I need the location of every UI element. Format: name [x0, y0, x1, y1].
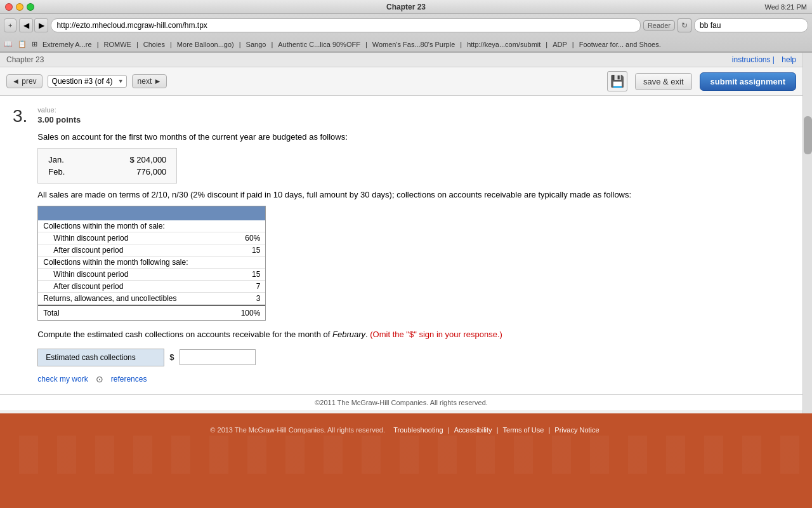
- instruction-text-1: Compute the estimated cash collections o…: [37, 330, 332, 339]
- silhouettes-bg: [0, 436, 812, 474]
- collections-row-4: Collections within the month following s…: [38, 257, 265, 269]
- close-button[interactable]: [5, 3, 13, 11]
- mcgraw-copyright: ©2011 The McGraw-Hill Companies. All rig…: [315, 399, 488, 406]
- instruction-omit: (Omit the "$" sign in your response.): [370, 330, 502, 339]
- sales-table: Jan. $ 204,000 Feb. 776,000: [37, 148, 177, 184]
- prev-button[interactable]: ◄ prev: [6, 74, 43, 88]
- copyright-text: © 2013 The McGraw-Hill Companies. All ri…: [210, 426, 385, 434]
- question-select-wrapper: Question #3 (of 4): [48, 75, 127, 88]
- cash-collections-input[interactable]: [180, 349, 256, 365]
- bookmark-2[interactable]: ROMWE: [104, 41, 131, 48]
- bookmarks-bar: 📖 📋 ⊞ Extremely A...re | ROMWE | Choies …: [0, 37, 812, 52]
- total-value: 100%: [241, 309, 261, 318]
- accessibility-link[interactable]: Accessibility: [454, 426, 492, 434]
- question-nav: ◄ prev Question #3 (of 4) next ► 💾 save …: [0, 67, 802, 96]
- row-7-value: 3: [256, 294, 261, 303]
- sales-row-feb: Feb. 776,000: [48, 166, 166, 178]
- minimize-button[interactable]: [16, 3, 23, 11]
- reading-list-icon: 📋: [18, 40, 27, 48]
- row-3-value: 15: [252, 246, 260, 255]
- footer-links: Troubleshooting | Accessibility | Terms …: [391, 426, 601, 434]
- troubleshooting-link[interactable]: Troubleshooting: [393, 426, 443, 434]
- instructions-link[interactable]: instructions: [732, 55, 771, 64]
- bookmark-4[interactable]: More Balloon...go): [177, 41, 234, 48]
- collections-header: [38, 206, 265, 220]
- references-link[interactable]: references: [111, 375, 147, 384]
- main-area: Chapter 23 instructions | help ◄ prev Qu…: [0, 53, 812, 413]
- bookmark-1[interactable]: Extremely A...re: [43, 41, 92, 48]
- bookmark-5[interactable]: Sango: [246, 41, 266, 48]
- row-4-label: Collections within the month following s…: [43, 258, 188, 267]
- search-input[interactable]: [694, 18, 808, 32]
- collections-row-7: Returns, allowances, and uncollectibles …: [38, 293, 265, 305]
- chapter-header: Chapter 23 instructions | help: [0, 53, 802, 67]
- row-3-label: After discount period: [53, 246, 123, 255]
- jan-amount: $ 204,000: [130, 155, 167, 164]
- row-2-value: 60%: [245, 234, 260, 243]
- header-links: instructions | help: [727, 55, 796, 64]
- sales-row-jan: Jan. $ 204,000: [48, 154, 166, 166]
- collections-total-row: Total 100%: [38, 305, 265, 320]
- bookmark-8[interactable]: http://keya...com/submit: [467, 41, 540, 48]
- bookmark-9[interactable]: ADP: [553, 41, 567, 48]
- collections-row-6: After discount period 7: [38, 281, 265, 293]
- question-select[interactable]: Question #3 (of 4): [48, 75, 127, 88]
- forward-button[interactable]: ▶: [34, 18, 48, 32]
- row-5-label: Within discount period: [53, 270, 128, 279]
- bookmarks-icon: 📖: [4, 40, 13, 48]
- question-points: 3.00 points: [37, 115, 631, 124]
- save-exit-button[interactable]: save & exit: [635, 73, 692, 90]
- mcgraw-footer: ©2011 The McGraw-Hill Companies. All rig…: [0, 394, 802, 410]
- bookmark-7[interactable]: Women's Fas...80's Purple: [372, 41, 455, 48]
- submit-assignment-button[interactable]: submit assignment: [700, 72, 796, 91]
- window-controls[interactable]: [5, 3, 34, 11]
- back-button[interactable]: ◀: [19, 18, 33, 32]
- scrollbar[interactable]: [802, 53, 812, 413]
- row-6-label: After discount period: [53, 282, 123, 291]
- nav-right: 💾 save & exit submit assignment: [607, 71, 796, 91]
- intro-text: Sales on account for the first two month…: [37, 132, 631, 142]
- question-number: 3.: [13, 106, 27, 384]
- check-work-link[interactable]: check my work: [37, 375, 88, 384]
- nav-left: ◄ prev Question #3 (of 4) next ►: [6, 74, 167, 88]
- new-tab-button[interactable]: +: [4, 18, 16, 32]
- collections-row-1: Collections within the month of sale:: [38, 220, 265, 232]
- system-time: Wed 8:21 PM: [765, 3, 807, 11]
- terms-text: All sales are made on terms of 2/10, n/3…: [37, 190, 631, 199]
- total-label: Total: [43, 309, 59, 318]
- bookmark-6[interactable]: Authentic C...lica 90%OFF: [278, 41, 360, 48]
- collections-row-2: Within discount period 60%: [38, 232, 265, 244]
- jan-label: Jan.: [48, 155, 64, 164]
- chapter-title: Chapter 23: [6, 55, 44, 64]
- help-link[interactable]: help: [782, 55, 796, 64]
- url-input[interactable]: [51, 18, 640, 32]
- instruction-text: Compute the estimated cash collections o…: [37, 328, 631, 341]
- reference-icon[interactable]: ⊙: [96, 374, 103, 384]
- row-1-label: Collections within the month of sale:: [43, 222, 164, 231]
- browser-chrome: + ◀ ▶ Reader ↻ 📖 📋 ⊞ Extremely A...re | …: [0, 14, 812, 53]
- bookmark-3[interactable]: Choies: [143, 41, 165, 48]
- grid-icon: ⊞: [32, 40, 37, 48]
- instruction-month: February: [332, 330, 365, 339]
- collections-row-3: After discount period 15: [38, 244, 265, 257]
- terms-link[interactable]: Terms of Use: [503, 426, 544, 434]
- answer-label: Estimated cash collections: [37, 349, 164, 366]
- row-2-label: Within discount period: [53, 234, 128, 243]
- bookmark-10[interactable]: Footwear for... and Shoes.: [579, 41, 661, 48]
- feb-amount: 776,000: [136, 167, 166, 177]
- title-bar: Chapter 23 Wed 8:21 PM: [0, 0, 812, 14]
- maximize-button[interactable]: [27, 3, 34, 11]
- value-label: value:: [37, 106, 631, 114]
- refresh-button[interactable]: ↻: [678, 18, 691, 32]
- check-work-row: check my work ⊙ references: [37, 374, 631, 384]
- privacy-link[interactable]: Privacy Notice: [554, 426, 599, 434]
- row-7-label: Returns, allowances, and uncollectibles: [43, 294, 176, 303]
- collections-table: Collections within the month of sale: Wi…: [37, 206, 266, 321]
- row-6-value: 7: [256, 282, 261, 291]
- nav-arrows: ◀ ▶: [19, 18, 48, 32]
- reader-button[interactable]: Reader: [643, 20, 675, 30]
- scrollbar-thumb[interactable]: [804, 116, 812, 154]
- question-body: value: 3.00 points Sales on account for …: [37, 106, 631, 384]
- window-title: Chapter 23: [386, 3, 426, 11]
- next-button[interactable]: next ►: [132, 74, 167, 88]
